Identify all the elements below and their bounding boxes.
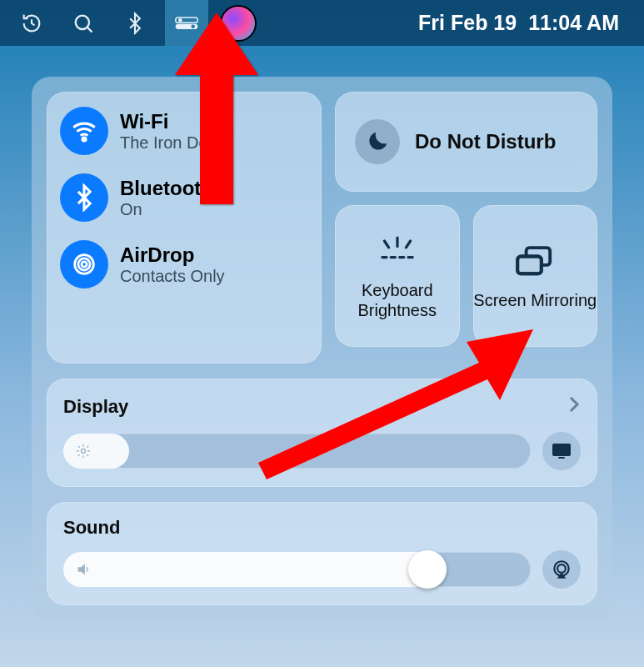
svg-rect-26 — [552, 444, 571, 456]
svg-line-23 — [87, 455, 88, 456]
svg-line-11 — [384, 241, 388, 248]
airplay-audio-button[interactable] — [542, 550, 581, 589]
bluetooth-icon — [123, 12, 147, 35]
display-icon — [551, 442, 572, 460]
airplay-audio-icon — [551, 559, 572, 580]
display-brightness-slider[interactable] — [63, 434, 531, 469]
svg-point-0 — [76, 15, 89, 28]
clock-arrow-icon — [20, 12, 43, 35]
search-icon — [72, 12, 95, 35]
chevron-right-icon — [567, 394, 581, 414]
svg-rect-15 — [517, 257, 542, 274]
svg-point-8 — [78, 258, 90, 270]
control-center-panel: Wi-Fi The Iron Dome Bluetooth On AirDr — [32, 77, 612, 620]
brightness-low-icon — [75, 443, 92, 459]
svg-line-12 — [406, 241, 410, 248]
external-display-button[interactable] — [542, 432, 581, 470]
wifi-title: Wi-Fi — [120, 110, 231, 133]
airdrop-title: AirDrop — [120, 243, 225, 267]
svg-line-22 — [78, 446, 79, 447]
control-center-menu[interactable] — [165, 0, 208, 46]
svg-point-17 — [82, 449, 86, 454]
menubar-time: 11:04 AM — [528, 11, 619, 35]
sound-volume-slider[interactable] — [63, 552, 531, 587]
time-machine-menu[interactable] — [10, 0, 53, 46]
airdrop-sub: Contacts Only — [120, 267, 225, 285]
keyboard-brightness-icon — [376, 232, 419, 272]
connectivity-card: Wi-Fi The Iron Dome Bluetooth On AirDr — [47, 92, 322, 364]
bluetooth-title: Bluetooth — [120, 177, 213, 200]
siri-icon — [220, 5, 257, 42]
bluetooth-toggle[interactable]: Bluetooth On — [60, 173, 308, 222]
svg-line-1 — [87, 27, 92, 32]
svg-point-6 — [82, 138, 86, 141]
spotlight-menu[interactable] — [62, 0, 105, 46]
screen-mirroring-label: Screen Mirroring — [473, 290, 597, 310]
svg-rect-27 — [558, 457, 565, 459]
sound-title: Sound — [63, 517, 581, 539]
keyboard-brightness-button[interactable]: Keyboard Brightness — [335, 205, 460, 347]
bluetooth-menu[interactable] — [113, 0, 157, 46]
screen-mirroring-icon — [513, 242, 557, 282]
svg-point-5 — [191, 24, 194, 28]
bluetooth-sub: On — [120, 200, 213, 218]
svg-point-3 — [178, 18, 182, 21]
keyboard-brightness-label: Keyboard Brightness — [335, 280, 460, 320]
wifi-icon — [60, 107, 108, 155]
screen-mirroring-button[interactable]: Screen Mirroring — [473, 205, 598, 347]
display-disclosure[interactable] — [567, 394, 581, 420]
menu-bar: Fri Feb 19 11:04 AM — [0, 0, 644, 46]
sound-card: Sound — [47, 502, 597, 605]
display-card: Display — [47, 379, 597, 487]
svg-point-29 — [557, 564, 566, 573]
speaker-icon — [75, 560, 93, 579]
menu-bar-clock[interactable]: Fri Feb 19 11:04 AM — [418, 11, 634, 35]
airdrop-icon — [60, 240, 108, 288]
airdrop-toggle[interactable]: AirDrop Contacts Only — [60, 240, 308, 288]
svg-line-24 — [78, 455, 79, 456]
wifi-toggle[interactable]: Wi-Fi The Iron Dome — [60, 107, 308, 155]
wifi-sub: The Iron Dome — [120, 133, 231, 152]
moon-icon — [355, 119, 400, 164]
menubar-date: Fri Feb 19 — [418, 11, 517, 35]
control-center-icon — [175, 12, 198, 35]
siri-menu[interactable] — [217, 0, 260, 46]
dnd-title: Do Not Disturb — [415, 130, 556, 153]
svg-line-25 — [87, 446, 88, 447]
svg-point-7 — [82, 262, 87, 267]
display-title: Display — [63, 396, 128, 418]
menu-bar-left — [10, 0, 260, 46]
bluetooth-icon — [60, 173, 108, 222]
do-not-disturb-toggle[interactable]: Do Not Disturb — [335, 92, 597, 192]
